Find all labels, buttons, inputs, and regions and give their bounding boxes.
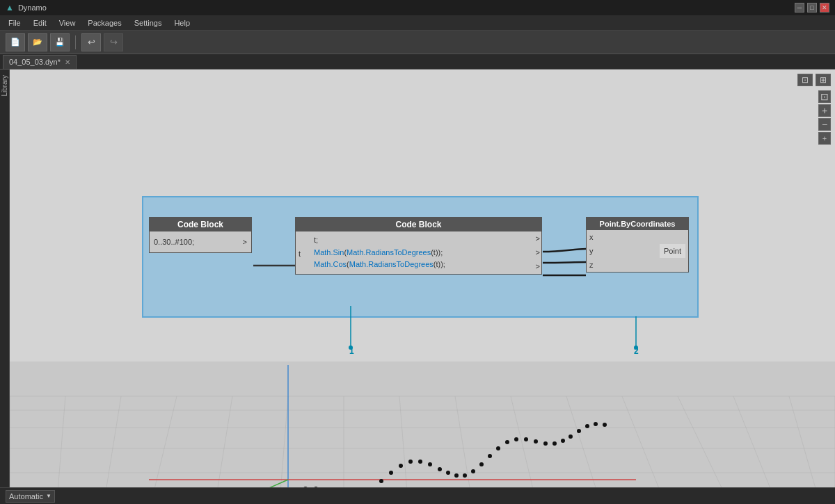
menubar: File Edit View Packages Settings Help [0, 15, 835, 31]
close-button[interactable]: ✕ [820, 3, 829, 13]
svg-point-84 [603, 423, 607, 427]
zoom-reset-button[interactable]: + [818, 132, 831, 145]
codeblock1-header: Code Block [150, 218, 251, 231]
tab-main[interactable]: 04_05_03.dyn* ✕ [3, 55, 77, 69]
svg-point-78 [552, 441, 557, 446]
codeblock1-output: > [243, 238, 247, 246]
viewport-3d-svg [10, 361, 835, 487]
svg-point-67 [454, 473, 459, 478]
zoom-in-button[interactable]: + [818, 104, 831, 117]
svg-point-65 [438, 467, 442, 471]
svg-point-73 [505, 440, 509, 444]
svg-point-60 [389, 471, 393, 475]
svg-point-63 [418, 460, 422, 464]
svg-point-81 [577, 429, 581, 433]
titlebar-left: ▲ Dynamo [6, 3, 47, 13]
menu-edit[interactable]: Edit [28, 17, 52, 29]
svg-point-75 [524, 437, 528, 441]
svg-point-74 [514, 437, 518, 441]
minimize-button[interactable]: ─ [795, 3, 804, 13]
node-point[interactable]: Point.ByCoordinates x y z Point [586, 217, 689, 273]
codeblock2-header: Code Block [296, 218, 541, 231]
svg-point-82 [585, 424, 589, 428]
menu-view[interactable]: View [54, 17, 81, 29]
statusbar: Automatic ▼ [0, 487, 835, 504]
new-button[interactable]: 📄 [6, 33, 25, 51]
label-2: 2 [634, 346, 639, 356]
node-codeblock2[interactable]: Code Block t t; Math.Sin(Math.RadiansToD… [295, 217, 542, 275]
svg-point-72 [496, 446, 500, 450]
zoom-controls: ⊡ + − + [818, 90, 831, 145]
tab-label: 04_05_03.dyn* [9, 58, 61, 66]
codeblock1-body: 0..30..#100; > [150, 231, 251, 252]
codeblock2-input-port: t [296, 247, 311, 258]
svg-point-79 [561, 439, 565, 443]
canvas-topright: ⊡ ⊞ [797, 74, 831, 86]
run-mode-dropdown[interactable]: Automatic ▼ [6, 490, 55, 503]
dropdown-arrow-icon: ▼ [46, 493, 51, 499]
undo-button[interactable]: ↩ [81, 33, 101, 51]
svg-point-62 [408, 460, 413, 464]
point-input-y: y [589, 247, 594, 255]
node-codeblock1[interactable]: Code Block 0..30..#100; > [149, 217, 252, 253]
layout-button[interactable]: ⊞ [816, 74, 831, 86]
maximize-button[interactable]: □ [807, 3, 817, 13]
zoom-out-button[interactable]: − [818, 118, 831, 131]
codeblock2-code: t; Math.Sin(Math.RadiansToDegrees(t)); M… [311, 231, 534, 274]
out-port-1: > [536, 234, 540, 243]
point-header: Point.ByCoordinates [587, 218, 688, 230]
svg-point-61 [399, 464, 403, 468]
node-canvas[interactable]: Code Block 0..30..#100; > Code Block t t… [10, 70, 835, 361]
menu-settings[interactable]: Settings [129, 17, 168, 29]
zoom-fit-button[interactable]: ⊡ [818, 90, 831, 103]
point-input-z: z [589, 261, 594, 269]
svg-point-76 [534, 439, 538, 444]
titlebar: ▲ Dynamo ─ □ ✕ [0, 0, 835, 15]
svg-point-69 [471, 469, 475, 473]
app-title: Dynamo [18, 3, 47, 12]
svg-point-70 [479, 462, 484, 466]
canvas-area[interactable]: ⊡ ⊞ ⊡ + − + [10, 70, 835, 487]
toolbar: 📄 📂 💾 ↩ ↪ [0, 31, 835, 54]
code-line2: Math.Sin(Math.RadiansToDegrees(t)); [314, 247, 532, 259]
svg-point-77 [543, 441, 548, 446]
toolbar-sep1 [75, 35, 76, 49]
view-toggle-button[interactable]: ⊡ [797, 74, 813, 86]
svg-point-71 [488, 454, 492, 458]
out-port-2: > [536, 248, 540, 257]
main-area: Library ⊡ ⊞ ⊡ + − + [0, 70, 835, 487]
svg-point-64 [428, 462, 432, 466]
point-output: Point [660, 244, 685, 258]
codeblock2-body: t t; Math.Sin(Math.RadiansToDegrees(t));… [296, 231, 541, 274]
codeblock2-output-ports: > > > [534, 231, 541, 273]
code-line3: Math.Cos(Math.RadiansToDegrees(t)); [314, 259, 532, 271]
codeblock1-code: 0..30..#100; [154, 238, 194, 246]
menu-help[interactable]: Help [168, 17, 196, 29]
menu-file[interactable]: File [3, 17, 26, 29]
titlebar-controls: ─ □ ✕ [795, 3, 829, 13]
sidebar: Library [0, 70, 10, 487]
app-icon: ▲ [6, 3, 14, 13]
svg-point-80 [568, 434, 573, 439]
point-body: x y z Point [587, 230, 688, 272]
svg-rect-4 [10, 361, 835, 487]
viewport-3d[interactable] [10, 361, 835, 487]
point-inputs: x y z [587, 230, 596, 272]
menu-packages[interactable]: Packages [82, 17, 127, 29]
tab-close-button[interactable]: ✕ [65, 58, 70, 66]
library-label[interactable]: Library [1, 72, 8, 99]
run-mode-label: Automatic [9, 492, 43, 501]
code-line1: t; [314, 234, 532, 247]
point-input-x: x [589, 233, 594, 241]
svg-point-66 [446, 471, 450, 475]
tabbar: 04_05_03.dyn* ✕ [0, 54, 835, 70]
redo-button[interactable]: ↪ [104, 33, 123, 51]
svg-point-59 [379, 479, 383, 483]
svg-point-83 [594, 422, 598, 426]
save-button[interactable]: 💾 [50, 33, 70, 51]
label-1: 1 [349, 346, 354, 356]
svg-point-68 [463, 473, 467, 478]
out-port-3: > [536, 262, 540, 270]
open-button[interactable]: 📂 [28, 33, 47, 51]
